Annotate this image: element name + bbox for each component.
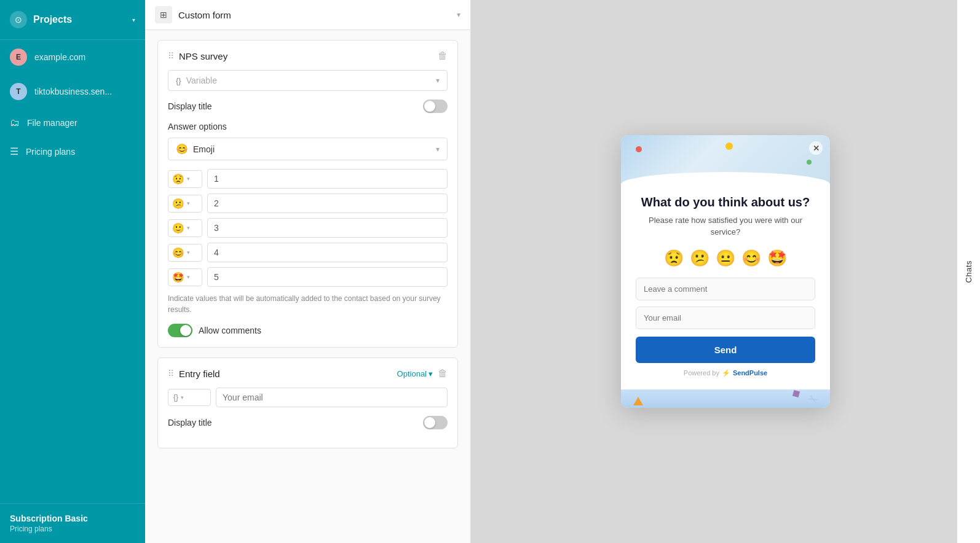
entry-variable-select[interactable]: {} ▾ (168, 389, 211, 406)
lightning-icon: ⚡ (722, 369, 730, 377)
drag-handle-entry[interactable]: ⠿ (168, 369, 174, 378)
answer-input-1[interactable] (207, 169, 448, 189)
entry-variable-icon: {} (173, 393, 178, 402)
answer-type-select[interactable]: 😊 Emoji ▾ (168, 138, 448, 160)
entry-field-block: ⠿ Entry field Optional ▾ 🗑 {} ▾ (157, 357, 458, 448)
sidebar-header-title: Projects (33, 14, 72, 25)
nps-delete-button[interactable]: 🗑 (438, 50, 448, 61)
emoji-icon: 😊 (176, 143, 188, 155)
emoji-select-2[interactable]: 😕 ▾ (168, 195, 202, 213)
dot-red (636, 146, 642, 152)
entry-display-title-toggle[interactable] (423, 416, 448, 429)
hint-text: Indicate values that will be automatical… (168, 293, 448, 315)
popup-close-button[interactable]: ✕ (809, 141, 823, 155)
answer-option-3: 🙂 ▾ (168, 218, 448, 238)
sidebar-item-label-example: example.com (34, 52, 85, 62)
emoji-3: 🙂 (172, 222, 184, 234)
sidebar-header[interactable]: ⊙ Projects ▾ (0, 0, 145, 40)
entry-variable-arrow: ▾ (181, 394, 184, 400)
avatar-example: E (10, 49, 27, 66)
variable-icon: {} (176, 76, 181, 85)
answer-option-2: 😕 ▾ (168, 193, 448, 213)
entry-delete-button[interactable]: 🗑 (438, 368, 448, 379)
popup-emoji-2[interactable]: 😕 (690, 249, 709, 268)
popup-emoji-4[interactable]: 😊 (741, 249, 761, 268)
pricing-plans-icon: ☰ (10, 146, 18, 157)
answer-type-arrow: ▾ (436, 145, 440, 154)
form-top-bar[interactable]: ⊞ Custom form ▾ (145, 0, 470, 30)
emoji-select-1[interactable]: 😟 ▾ (168, 170, 202, 188)
answer-input-3[interactable] (207, 218, 448, 238)
file-manager-icon: 🗂 (10, 117, 20, 128)
variable-placeholder: Variable (186, 76, 431, 85)
emoji-arrow-5: ▾ (187, 274, 190, 280)
popup-email-input[interactable] (636, 307, 815, 329)
deco-triangle (633, 397, 643, 405)
entry-field-title: Entry field (179, 369, 397, 379)
popup-emojis: 😟 😕 😐 😊 🤩 (636, 249, 815, 268)
chats-label: Chats (964, 260, 973, 283)
dot-yellow (725, 143, 733, 150)
entry-field-input-row: {} ▾ (168, 388, 448, 407)
emoji-arrow-3: ▾ (187, 225, 190, 231)
variable-arrow: ▾ (436, 76, 440, 85)
sidebar-item-label-tiktok: tiktokbusiness.sen... (34, 87, 112, 96)
sidebar-header-arrow: ▾ (132, 17, 135, 23)
answer-input-5[interactable] (207, 267, 448, 287)
allow-comments-label: Allow comments (199, 326, 261, 335)
popup-emoji-1[interactable]: 😟 (664, 249, 684, 268)
form-arrow: ▾ (457, 10, 460, 19)
answer-input-2[interactable] (207, 193, 448, 213)
sidebar-item-tiktok[interactable]: T tiktokbusiness.sen... (0, 74, 145, 109)
emoji-1: 😟 (172, 173, 184, 185)
emoji-select-4[interactable]: 😊 ▾ (168, 244, 202, 262)
emoji-arrow-2: ▾ (187, 200, 190, 206)
sidebar-item-label-pricing-plans: Pricing plans (26, 147, 75, 157)
emoji-4: 😊 (172, 247, 184, 259)
emoji-select-3[interactable]: 🙂 ▾ (168, 219, 202, 237)
subscription-title: Subscription Basic (10, 514, 135, 523)
popup-send-button[interactable]: Send (636, 337, 815, 363)
form-body: ⠿ NPS survey 🗑 {} Variable ▾ Display tit… (145, 30, 470, 543)
sidebar-item-example[interactable]: E example.com (0, 40, 145, 74)
nps-block-title: NPS survey (179, 51, 438, 61)
answer-options-label: Answer options (168, 122, 448, 131)
subscription-subtitle: Pricing plans (10, 525, 135, 533)
dot-green (807, 160, 812, 165)
drag-handle-nps[interactable]: ⠿ (168, 51, 174, 61)
display-title-row: Display title (168, 100, 448, 113)
emoji-2: 😕 (172, 198, 184, 209)
display-title-label: Display title (168, 101, 212, 111)
emoji-arrow-4: ▾ (187, 249, 190, 256)
sidebar-item-file-manager[interactable]: 🗂 File manager (0, 109, 145, 137)
popup-emoji-5[interactable]: 🤩 (767, 249, 787, 268)
answer-input-4[interactable] (207, 243, 448, 262)
allow-comments-row: Allow comments (168, 324, 448, 337)
deco-square (792, 390, 800, 397)
allow-comments-toggle[interactable] (168, 324, 192, 337)
nps-block: ⠿ NPS survey 🗑 {} Variable ▾ Display tit… (157, 40, 458, 348)
powered-brand: SendPulse (733, 369, 767, 377)
display-title-toggle[interactable] (423, 100, 448, 113)
popup-emoji-3[interactable]: 😐 (716, 249, 735, 268)
avatar-tiktok: T (10, 83, 27, 100)
entry-email-input[interactable] (216, 388, 448, 407)
popup-powered-by: Powered by ⚡ SendPulse (636, 369, 815, 377)
form-title: Custom form (178, 10, 451, 20)
emoji-select-5[interactable]: 🤩 ▾ (168, 268, 202, 286)
popup-comment-input[interactable] (636, 278, 815, 300)
emoji-5: 🤩 (172, 272, 184, 283)
entry-field-header: ⠿ Entry field Optional ▾ 🗑 (168, 368, 448, 379)
popup-footer: ✂ (621, 389, 830, 408)
answer-option-5: 🤩 ▾ (168, 267, 448, 287)
chats-sidebar[interactable]: Chats (957, 0, 980, 543)
popup-header: ✕ (621, 135, 830, 184)
sidebar-item-pricing-plans[interactable]: ☰ Pricing plans (0, 137, 145, 166)
nps-variable-select[interactable]: {} Variable ▾ (168, 70, 448, 91)
sidebar: ⊙ Projects ▾ E example.com T tiktokbusin… (0, 0, 145, 543)
main-content: ⊞ Custom form ▾ ⠿ NPS survey 🗑 {} Variab… (145, 0, 980, 543)
optional-label: Optional (397, 369, 427, 378)
projects-icon: ⊙ (10, 11, 27, 28)
sidebar-bottom: Subscription Basic Pricing plans (0, 503, 145, 543)
optional-badge[interactable]: Optional ▾ (397, 369, 433, 378)
